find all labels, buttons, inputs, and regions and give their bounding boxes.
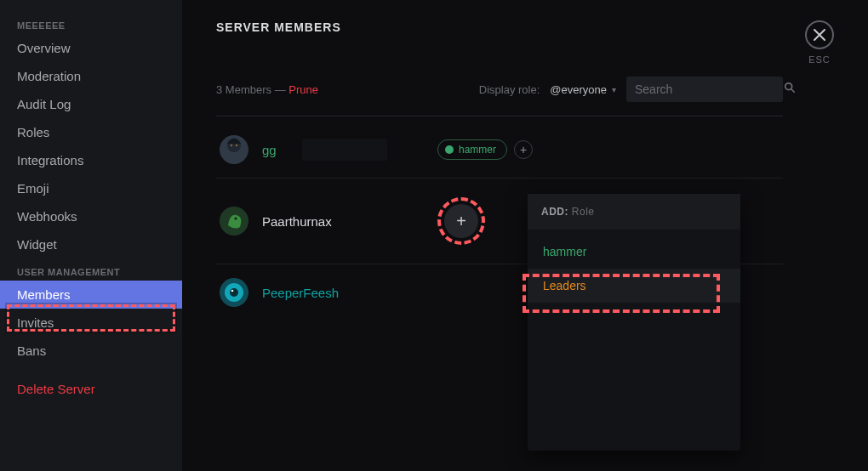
role-option-label: Leaders (543, 279, 586, 292)
close-icon (814, 29, 825, 41)
svg-point-10 (230, 288, 238, 297)
prune-link[interactable]: Prune (288, 83, 318, 96)
avatar (220, 207, 248, 236)
add-role-popup-list: hammer Leaders (528, 230, 740, 451)
main-content: SERVER MEMBERS ESC 3 Members — Prune Dis… (182, 0, 868, 471)
sidebar-item-bans[interactable]: Bans (0, 337, 182, 365)
role-option-leaders[interactable]: Leaders (528, 269, 740, 303)
member-name: Paarthurnax (262, 214, 373, 229)
add-role-popup-header: ADD: Role (528, 194, 740, 230)
sidebar-item-label: Emoji (17, 181, 49, 196)
chevron-down-icon: ▾ (612, 85, 616, 94)
display-role-label: Display role: (479, 83, 540, 96)
sidebar-item-webhooks[interactable]: Webhooks (0, 202, 182, 230)
sidebar-item-label: Integrations (17, 153, 83, 167)
svg-line-1 (791, 89, 795, 93)
member-roles: hammer + (437, 139, 533, 160)
sidebar-item-integrations[interactable]: Integrations (0, 146, 182, 174)
member-count-text: 3 Members — (216, 83, 286, 96)
display-role-value: @everyone (550, 83, 607, 96)
role-option-label: hammer (543, 245, 586, 258)
sidebar-item-overview[interactable]: Overview (0, 34, 182, 62)
sidebar-item-audit-log[interactable]: Audit Log (0, 90, 182, 118)
avatar (220, 135, 248, 164)
member-row[interactable]: gg ♛ hammer + (216, 122, 783, 178)
sidebar-item-invites[interactable]: Invites (0, 309, 182, 337)
svg-point-5 (236, 145, 237, 146)
sidebar-item-label: Widget (17, 237, 57, 252)
svg-point-11 (231, 290, 234, 292)
add-role-button[interactable]: + (514, 140, 533, 159)
role-pill-label: hammer (459, 144, 496, 156)
role-pill-hammer[interactable]: hammer (437, 139, 507, 160)
sidebar-item-members[interactable]: Members (0, 281, 182, 309)
display-role-select[interactable]: @everyone ▾ (550, 83, 616, 96)
sidebar-item-delete-server[interactable]: Delete Server (0, 375, 182, 403)
add-role-popup-placeholder: Role (572, 206, 595, 218)
add-role-popup: ADD: Role hammer Leaders (528, 194, 740, 451)
role-color-dot (445, 145, 454, 154)
svg-point-7 (235, 218, 237, 220)
sidebar-item-label: Members (17, 287, 71, 302)
settings-sidebar: MEEEEEE Overview Moderation Audit Log Ro… (0, 0, 182, 471)
sidebar-item-label: Webhooks (17, 209, 77, 224)
sidebar-section-server: MEEEEEE (0, 12, 182, 34)
sidebar-item-label: Invites (17, 315, 54, 330)
sidebar-item-label: Moderation (17, 69, 81, 83)
page-title: SERVER MEMBERS (216, 20, 341, 34)
sidebar-item-moderation[interactable]: Moderation (0, 62, 182, 90)
sidebar-item-emoji[interactable]: Emoji (0, 174, 182, 202)
close-label: ESC (805, 54, 834, 65)
sidebar-item-label: Delete Server (17, 382, 95, 396)
sidebar-item-roles[interactable]: Roles (0, 118, 182, 146)
member-search[interactable] (626, 77, 783, 102)
add-role-popup-label: ADD: (541, 206, 568, 218)
avatar (220, 278, 248, 307)
add-role-button-highlighted[interactable]: + (437, 197, 485, 245)
search-icon (784, 82, 796, 97)
member-count: 3 Members — Prune (216, 83, 469, 96)
search-input[interactable] (635, 82, 784, 96)
svg-point-4 (231, 145, 232, 146)
close-button[interactable] (805, 20, 834, 49)
sidebar-item-label: Bans (17, 343, 46, 358)
member-roles: + (437, 197, 485, 245)
sidebar-item-label: Overview (17, 41, 71, 55)
role-option-hammer[interactable]: hammer (528, 235, 740, 269)
divider (216, 116, 783, 116)
plus-icon: + (444, 204, 478, 238)
sidebar-item-label: Audit Log (17, 97, 71, 111)
name-redaction (302, 139, 387, 161)
member-name: PeeperFeesh (262, 286, 373, 300)
sidebar-item-label: Roles (17, 125, 49, 139)
sidebar-item-widget[interactable]: Widget (0, 230, 182, 258)
sidebar-section-user-management: USER MANAGEMENT (0, 258, 182, 281)
